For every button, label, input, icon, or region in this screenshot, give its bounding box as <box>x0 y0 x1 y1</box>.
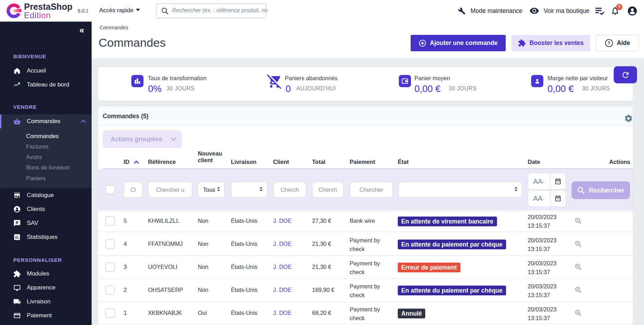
svg-text:?: ? <box>607 40 610 46</box>
